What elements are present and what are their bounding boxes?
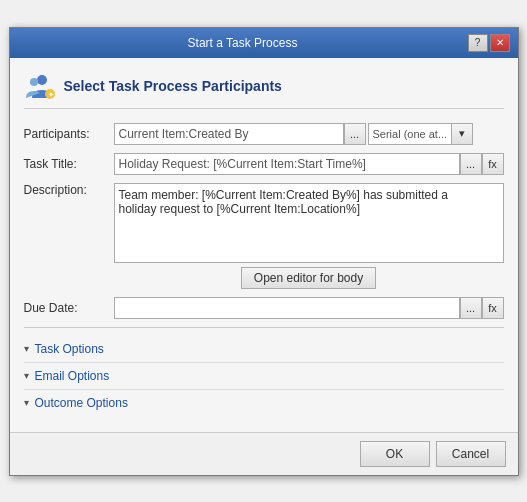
task-title-row: Task Title: ... fx [24,153,504,175]
participants-input-group: ... Serial (one at... ▾ [114,123,504,145]
ok-button[interactable]: OK [360,441,430,467]
description-row: Description: Team member: [%Current Item… [24,183,504,289]
cancel-button[interactable]: Cancel [436,441,506,467]
due-date-browse-button[interactable]: ... [460,297,482,319]
description-label: Description: [24,183,114,197]
dialog-title: Start a Task Process [18,36,468,50]
close-button[interactable]: ✕ [490,34,510,52]
help-button[interactable]: ? [468,34,488,52]
divider-1 [24,327,504,328]
participants-row: Participants: ... Serial (one at... ▾ [24,123,504,145]
title-bar-buttons: ? ✕ [468,34,510,52]
task-title-label: Task Title: [24,157,114,171]
svg-point-1 [30,78,38,86]
bottom-bar: OK Cancel [10,432,518,475]
outcome-options-chevron: ▾ [24,397,29,408]
participants-icon: ✦ [24,70,56,102]
email-options-label: Email Options [35,369,110,383]
title-bar: Start a Task Process ? ✕ [10,28,518,58]
due-date-fx-button[interactable]: fx [482,297,504,319]
email-options-section[interactable]: ▾ Email Options [24,363,504,390]
due-date-input-group: ... fx [114,297,504,319]
section-title: Select Task Process Participants [64,78,282,94]
serial-container: Serial (one at... ▾ [368,123,474,145]
task-title-input[interactable] [114,153,460,175]
participants-browse-button[interactable]: ... [344,123,366,145]
description-textarea[interactable]: Team member: [%Current Item:Created By%]… [114,183,504,263]
email-options-chevron: ▾ [24,370,29,381]
outcome-options-section[interactable]: ▾ Outcome Options [24,390,504,416]
task-options-label: Task Options [35,342,104,356]
task-options-section[interactable]: ▾ Task Options [24,336,504,363]
task-title-browse-button[interactable]: ... [460,153,482,175]
due-date-row: Due Date: ... fx [24,297,504,319]
task-options-chevron: ▾ [24,343,29,354]
serial-text: Serial (one at... [368,123,453,145]
task-title-input-group: ... fx [114,153,504,175]
serial-dropdown-button[interactable]: ▾ [451,123,473,145]
due-date-input[interactable] [114,297,460,319]
due-date-label: Due Date: [24,301,114,315]
dialog-content: ✦ Select Task Process Participants Parti… [10,58,518,428]
participants-label: Participants: [24,127,114,141]
svg-text:✦: ✦ [47,91,53,98]
svg-point-0 [37,75,47,85]
description-container: Team member: [%Current Item:Created By%]… [114,183,504,289]
task-title-fx-button[interactable]: fx [482,153,504,175]
outcome-options-label: Outcome Options [35,396,128,410]
open-editor-button[interactable]: Open editor for body [241,267,376,289]
section-header: ✦ Select Task Process Participants [24,70,504,109]
dialog-window: Start a Task Process ? ✕ ✦ [9,27,519,476]
participants-input[interactable] [114,123,344,145]
